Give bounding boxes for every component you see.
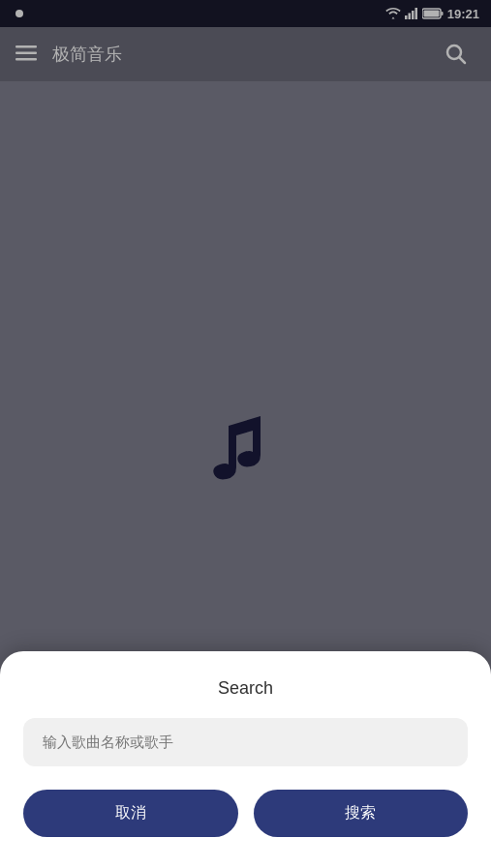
search-confirm-button[interactable]: 搜索 — [254, 790, 469, 837]
cancel-button[interactable]: 取消 — [23, 790, 238, 837]
search-input-container — [23, 718, 468, 766]
dialog-title: Search — [23, 678, 468, 699]
search-input[interactable] — [43, 733, 448, 750]
modal-overlay: Search 取消 搜索 — [0, 0, 491, 868]
search-dialog: Search 取消 搜索 — [0, 651, 491, 868]
dialog-buttons: 取消 搜索 — [23, 790, 468, 837]
